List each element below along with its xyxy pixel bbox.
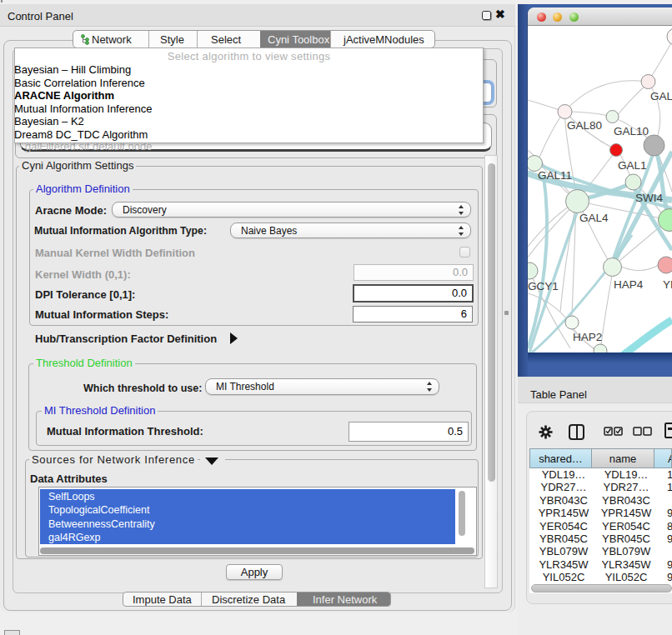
svg-text:SWI4: SWI4 [635,192,663,204]
svg-text:GAL80: GAL80 [567,119,602,132]
svg-text:YM: YM [663,278,672,291]
svg-text:GAL10: GAL10 [614,125,649,138]
svg-text:GCY1: GCY1 [528,280,559,292]
svg-text:HAP4: HAP4 [614,278,644,291]
svg-text:GAL11: GAL11 [538,169,572,182]
svg-text:GAL1: GAL1 [618,159,647,172]
svg-text:GAL2: GAL2 [650,90,672,102]
svg-text:HAP2: HAP2 [573,331,602,343]
svg-text:GAL4: GAL4 [579,212,609,224]
